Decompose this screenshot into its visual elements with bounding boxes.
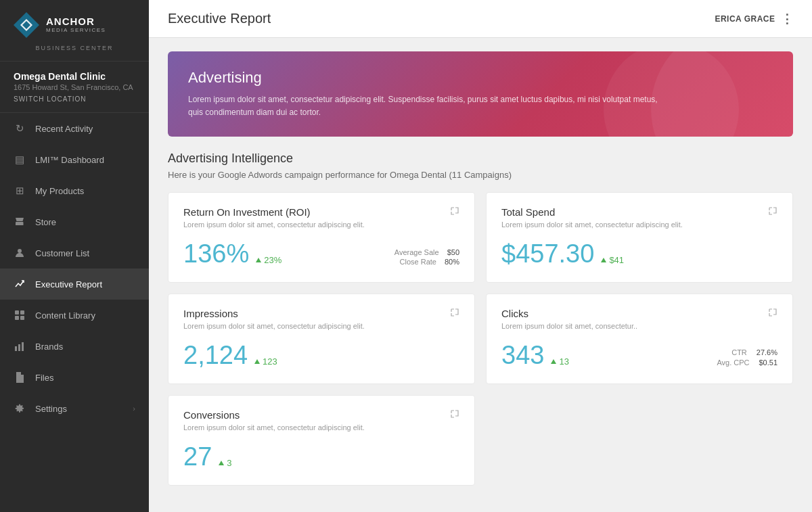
avg-cpc-value: $0.51 (759, 358, 777, 367)
svg-point-2 (18, 249, 22, 253)
files-icon (14, 371, 26, 383)
brands-icon (14, 340, 26, 352)
clicks-delta: 13 (551, 356, 568, 367)
logo-media-text: MEDIA SERVICES (46, 28, 106, 34)
impressions-title: Impressions (183, 308, 238, 319)
section-subtitle: Here is your Google Adwords campaign per… (168, 170, 793, 180)
main-content: Executive Report ERICA GRACE ⋮ Advertisi… (149, 0, 812, 512)
clicks-desc: Lorem ipsum dolor sit amet, consectetur.… (501, 322, 777, 330)
sidebar-item-store[interactable]: Store (0, 206, 149, 237)
recent-activity-icon: ↻ (14, 122, 26, 135)
roi-delta-arrow (256, 258, 261, 262)
svg-rect-9 (22, 342, 24, 351)
avg-cpc-label: Avg. CPC (717, 358, 749, 367)
user-name: ERICA GRACE (715, 14, 775, 24)
sidebar-item-label: Customer List (35, 248, 135, 258)
conversions-value: 27 (183, 442, 212, 471)
sidebar-item-label: LMI™ Dashboard (35, 155, 135, 165)
sidebar-item-customer-list[interactable]: Customer List (0, 237, 149, 269)
sidebar-logo: ANCHOR MEDIA SERVICES (0, 0, 149, 45)
sidebar-item-settings[interactable]: Settings › (0, 393, 149, 424)
close-rate-value: 80% (445, 258, 459, 266)
executive-report-icon (14, 278, 26, 290)
sidebar-item-lmi-dashboard[interactable]: ▤ LMI™ Dashboard (0, 144, 149, 175)
banner-text: Lorem ipsum dolor sit amet, consectetur … (188, 93, 662, 119)
sidebar-subtitle: BUSINESS CENTER (0, 45, 149, 62)
impressions-delta-arrow (254, 359, 260, 364)
logo-icon (14, 12, 39, 38)
sidebar-item-label: Executive Report (35, 279, 135, 289)
roi-meta: Average Sale $50 Close Rate 80% (394, 248, 459, 267)
sidebar-item-label: Recent Activity (35, 124, 135, 134)
total-spend-delta: $41 (601, 255, 624, 265)
total-spend-delta-arrow (601, 258, 606, 262)
total-spend-expand-icon[interactable] (768, 206, 777, 218)
svg-rect-3 (15, 310, 19, 315)
sidebar-item-label: Files (35, 373, 135, 383)
switch-location-button[interactable]: SWITCH LOCATION (14, 95, 135, 103)
svg-rect-8 (18, 344, 20, 351)
conversions-card: Conversions Lorem ipsum dolor sit amet, … (168, 395, 475, 486)
impressions-desc: Lorem ipsum dolor sit amet, consectetur … (183, 322, 459, 330)
section-title: Advertising Intelligence (168, 152, 793, 166)
total-spend-desc: Lorem ipsum dolor sit amet, consectetur … (501, 220, 777, 229)
impressions-card: Impressions Lorem ipsum dolor sit amet, … (168, 294, 475, 384)
metrics-grid: Return On Investment (ROI) Lorem ipsum d… (168, 192, 793, 384)
content-area: Advertising Lorem ipsum dolor sit amet, … (149, 38, 812, 512)
customer-list-icon (14, 247, 26, 259)
conversions-delta-text: 3 (227, 458, 231, 468)
sidebar-item-content-library[interactable]: Content Library (0, 300, 149, 331)
location-name: Omega Dental Clinic (14, 71, 135, 82)
svg-rect-7 (15, 346, 17, 351)
sidebar-item-files[interactable]: Files (0, 362, 149, 393)
clicks-title: Clicks (501, 308, 528, 319)
roi-card: Return On Investment (ROI) Lorem ipsum d… (168, 192, 475, 283)
conversions-expand-icon[interactable] (450, 409, 459, 421)
location-address: 1675 Howard St, San Francisco, CA (14, 83, 135, 91)
sidebar-item-label: My Products (35, 186, 135, 196)
settings-chevron-icon: › (133, 404, 135, 413)
ctr-label: CTR (731, 348, 747, 356)
lmi-dashboard-icon: ▤ (14, 154, 26, 166)
conversions-desc: Lorem ipsum dolor sit amet, consectetur … (183, 423, 459, 432)
roi-delta: 23% (256, 255, 281, 265)
roi-value: 136% (183, 239, 249, 269)
sidebar-item-label: Content Library (35, 310, 135, 321)
logo-text: ANCHOR MEDIA SERVICES (46, 16, 106, 33)
sidebar-item-my-products[interactable]: ⊞ My Products (0, 175, 149, 206)
roi-card-title: Return On Investment (ROI) (183, 206, 311, 218)
total-spend-title: Total Spend (501, 206, 555, 218)
svg-rect-4 (20, 310, 24, 315)
impressions-expand-icon[interactable] (450, 308, 459, 319)
page-title: Executive Report (168, 11, 271, 26)
svg-rect-5 (15, 316, 19, 320)
conversions-delta: 3 (219, 458, 231, 468)
sidebar-item-label: Brands (35, 342, 135, 352)
banner-title: Advertising (188, 69, 773, 87)
avg-sale-value: $50 (447, 248, 459, 256)
sidebar-item-executive-report[interactable]: Executive Report (0, 269, 149, 300)
store-icon (14, 216, 26, 228)
conversions-delta-arrow (219, 461, 224, 465)
sidebar: ANCHOR MEDIA SERVICES BUSINESS CENTER Om… (0, 0, 149, 512)
impressions-value: 2,124 (183, 341, 248, 370)
impressions-delta: 123 (254, 356, 277, 367)
user-menu-icon: ⋮ (781, 11, 794, 26)
content-library-icon (14, 309, 26, 321)
total-spend-card: Total Spend Lorem ipsum dolor sit amet, … (486, 192, 793, 283)
topbar: Executive Report ERICA GRACE ⋮ (149, 0, 812, 38)
clicks-expand-icon[interactable] (768, 308, 777, 319)
sidebar-item-label: Store (35, 217, 135, 227)
clicks-meta: CTR 27.6% Avg. CPC $0.51 (717, 348, 777, 369)
ctr-value: 27.6% (757, 348, 777, 356)
clicks-card: Clicks Lorem ipsum dolor sit amet, conse… (486, 294, 793, 384)
user-menu[interactable]: ERICA GRACE ⋮ (715, 11, 793, 26)
roi-expand-icon[interactable] (450, 206, 459, 218)
roi-card-desc: Lorem ipsum dolor sit amet, consectetur … (183, 220, 459, 229)
sidebar-item-recent-activity[interactable]: ↻ Recent Activity (0, 113, 149, 144)
advertising-banner: Advertising Lorem ipsum dolor sit amet, … (168, 51, 793, 137)
sidebar-item-brands[interactable]: Brands (0, 331, 149, 362)
avg-sale-label: Average Sale (394, 248, 439, 256)
close-rate-label: Close Rate (400, 258, 436, 266)
sidebar-location: Omega Dental Clinic 1675 Howard St, San … (0, 62, 149, 113)
